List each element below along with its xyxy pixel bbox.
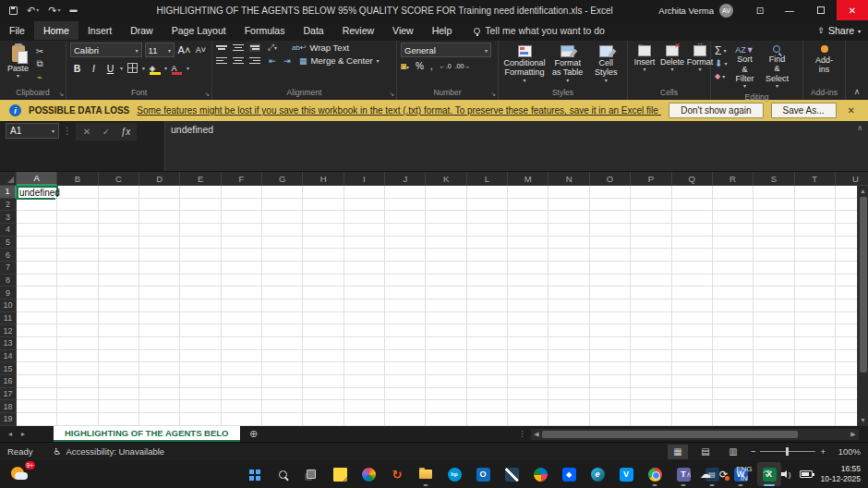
cell-l4[interactable] xyxy=(467,224,508,237)
row-header-10[interactable]: 10 xyxy=(0,299,17,312)
cell-e11[interactable] xyxy=(180,312,221,325)
cell-m17[interactable] xyxy=(508,388,549,401)
cell-l12[interactable] xyxy=(467,324,508,337)
cell-r4[interactable] xyxy=(713,224,753,237)
cell-f12[interactable] xyxy=(222,324,262,337)
cell-h5[interactable] xyxy=(303,237,344,250)
cell-n5[interactable] xyxy=(549,237,589,250)
accounting-format-icon[interactable]: ◙▾ xyxy=(401,61,409,71)
cell-g1[interactable] xyxy=(262,186,303,199)
accessibility-status[interactable]: ♿ Accessibility: Unavailable xyxy=(53,446,164,457)
cell-d2[interactable] xyxy=(139,199,180,212)
cell-c13[interactable] xyxy=(99,337,139,350)
cell-a7[interactable] xyxy=(17,262,57,274)
cell-t19[interactable] xyxy=(795,413,836,426)
cell-n3[interactable] xyxy=(549,211,589,224)
cell-o6[interactable] xyxy=(590,249,631,262)
cell-p18[interactable] xyxy=(631,400,671,413)
cell-m1[interactable] xyxy=(508,186,549,199)
cell-d12[interactable] xyxy=(139,324,180,337)
cell-q14[interactable] xyxy=(672,350,713,363)
cell-g19[interactable] xyxy=(262,413,303,426)
cell-r19[interactable] xyxy=(713,413,753,426)
cell-t8[interactable] xyxy=(795,274,836,287)
cell-s5[interactable] xyxy=(753,237,794,250)
battery-icon[interactable] xyxy=(800,470,813,478)
cell-a8[interactable] xyxy=(17,274,57,287)
cell-n12[interactable] xyxy=(549,324,589,337)
column-header-b[interactable]: B xyxy=(57,172,98,186)
align-bottom-icon[interactable] xyxy=(249,43,260,53)
sheet-next-icon[interactable]: ▸ xyxy=(13,426,33,442)
avatar[interactable]: AV xyxy=(719,4,733,18)
cell-h8[interactable] xyxy=(303,274,344,287)
cell-g15[interactable] xyxy=(262,362,303,375)
row-header-15[interactable]: 15 xyxy=(0,362,17,375)
cell-m10[interactable] xyxy=(508,299,549,312)
borders-caret[interactable]: ▾ xyxy=(142,65,145,71)
cell-n16[interactable] xyxy=(549,375,589,388)
cell-h3[interactable] xyxy=(303,211,344,224)
cell-t12[interactable] xyxy=(795,324,836,337)
row-header-13[interactable]: 13 xyxy=(0,337,17,350)
cell-k16[interactable] xyxy=(426,375,466,388)
cell-i17[interactable] xyxy=(344,388,385,401)
cell-b13[interactable] xyxy=(57,337,98,350)
cell-o14[interactable] xyxy=(590,350,631,363)
cell-l11[interactable] xyxy=(467,312,508,325)
cell-g9[interactable] xyxy=(262,287,303,299)
cell-m9[interactable] xyxy=(508,287,549,299)
menu-tab-file[interactable]: File xyxy=(0,21,34,40)
increase-font-icon[interactable]: A˄ xyxy=(177,43,191,57)
cell-a6[interactable] xyxy=(17,249,57,262)
cell-i8[interactable] xyxy=(344,274,385,287)
cell-j1[interactable] xyxy=(385,186,426,199)
collapse-ribbon-icon[interactable]: ∧ xyxy=(846,41,868,100)
cell-e16[interactable] xyxy=(180,375,221,388)
cell-m5[interactable] xyxy=(508,237,549,250)
cell-t11[interactable] xyxy=(795,312,836,325)
cell-q12[interactable] xyxy=(672,324,713,337)
cell-q2[interactable] xyxy=(672,199,713,212)
cell-q8[interactable] xyxy=(672,274,713,287)
cell-d13[interactable] xyxy=(139,337,180,350)
column-header-m[interactable]: M xyxy=(508,172,549,186)
zoom-in-icon[interactable]: + xyxy=(820,446,826,457)
cell-s2[interactable] xyxy=(753,199,794,212)
cell-r12[interactable] xyxy=(713,324,753,337)
cell-d5[interactable] xyxy=(139,237,180,250)
cell-j13[interactable] xyxy=(385,337,426,350)
underline-caret[interactable]: ▾ xyxy=(120,65,123,71)
cell-r13[interactable] xyxy=(713,337,753,350)
cell-n8[interactable] xyxy=(549,274,589,287)
cell-j5[interactable] xyxy=(385,237,426,250)
cell-q1[interactable] xyxy=(672,186,713,199)
cell-k15[interactable] xyxy=(426,362,466,375)
cell-l1[interactable] xyxy=(467,186,508,199)
cell-f9[interactable] xyxy=(222,287,262,299)
align-top-icon[interactable] xyxy=(216,44,227,52)
cell-j18[interactable] xyxy=(385,400,426,413)
cell-p6[interactable] xyxy=(631,249,671,262)
cell-d4[interactable] xyxy=(139,224,180,237)
taskbar-sticky-notes[interactable] xyxy=(328,462,352,486)
cell-l3[interactable] xyxy=(467,211,508,224)
cell-d18[interactable] xyxy=(139,400,180,413)
clock[interactable]: 16:55 10-12-2025 xyxy=(821,464,861,484)
warning-message-link[interactable]: Some features might be lost if you save … xyxy=(137,105,661,116)
cell-n6[interactable] xyxy=(549,249,589,262)
cell-h9[interactable] xyxy=(303,287,344,299)
cell-g5[interactable] xyxy=(262,237,303,250)
cell-o15[interactable] xyxy=(590,362,631,375)
cell-n14[interactable] xyxy=(549,350,589,363)
cell-e2[interactable] xyxy=(180,199,221,212)
cell-t17[interactable] xyxy=(795,388,836,401)
cell-m16[interactable] xyxy=(508,375,549,388)
cell-l7[interactable] xyxy=(467,262,508,274)
cell-j19[interactable] xyxy=(385,413,426,426)
cell-f4[interactable] xyxy=(222,224,262,237)
cell-o5[interactable] xyxy=(590,237,631,250)
cell-l18[interactable] xyxy=(467,400,508,413)
menu-tab-insert[interactable]: Insert xyxy=(78,21,121,40)
cell-p2[interactable] xyxy=(631,199,671,212)
